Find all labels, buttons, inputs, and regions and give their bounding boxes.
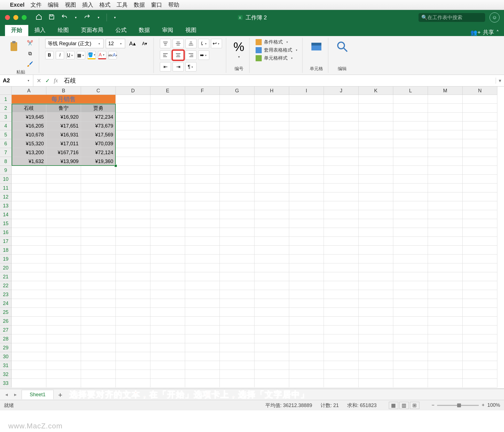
- font-color-button[interactable]: A▾: [98, 51, 106, 59]
- cell[interactable]: [46, 299, 81, 308]
- cell[interactable]: [46, 343, 81, 352]
- tab-data[interactable]: 数据: [133, 24, 156, 36]
- cell[interactable]: [324, 166, 359, 175]
- cell[interactable]: [289, 175, 324, 184]
- cell[interactable]: [46, 192, 81, 201]
- cell[interactable]: ¥17,011: [46, 139, 81, 148]
- cell[interactable]: [254, 104, 289, 113]
- cell[interactable]: [289, 166, 324, 175]
- cell[interactable]: [46, 361, 81, 370]
- cell[interactable]: [393, 281, 428, 290]
- col-header[interactable]: M: [428, 87, 463, 95]
- cell[interactable]: [150, 263, 185, 272]
- cell[interactable]: [463, 343, 497, 352]
- cell[interactable]: [428, 121, 463, 130]
- cell[interactable]: [12, 175, 46, 184]
- row-header[interactable]: 16: [0, 228, 12, 237]
- zoom-control[interactable]: − + 100%: [432, 402, 500, 408]
- cell[interactable]: ¥70,039: [81, 139, 116, 148]
- cell[interactable]: [324, 237, 359, 246]
- cell[interactable]: [324, 192, 359, 201]
- minimize-window-button[interactable]: [13, 15, 18, 20]
- cell[interactable]: [12, 361, 46, 370]
- tab-view[interactable]: 视图: [179, 24, 203, 36]
- cell[interactable]: [463, 130, 497, 139]
- row-header[interactable]: 24: [0, 299, 12, 308]
- row-header[interactable]: 27: [0, 326, 12, 334]
- cell[interactable]: [185, 139, 220, 148]
- cell[interactable]: [289, 281, 324, 290]
- row-header[interactable]: 28: [0, 334, 12, 343]
- cell[interactable]: [289, 255, 324, 263]
- cell[interactable]: [324, 281, 359, 290]
- cell[interactable]: [463, 290, 497, 299]
- cell[interactable]: [289, 343, 324, 352]
- underline-button[interactable]: U▾: [66, 51, 75, 59]
- cell[interactable]: [46, 308, 81, 317]
- cell[interactable]: [463, 113, 497, 121]
- cell[interactable]: [81, 308, 116, 317]
- cell[interactable]: [324, 334, 359, 343]
- cell[interactable]: [428, 255, 463, 263]
- row-header[interactable]: 25: [0, 308, 12, 317]
- align-middle-button[interactable]: [173, 39, 184, 48]
- cell[interactable]: 贾勇: [81, 104, 116, 113]
- cell[interactable]: [463, 228, 497, 237]
- cell[interactable]: [81, 326, 116, 334]
- cell[interactable]: [393, 130, 428, 139]
- cell[interactable]: [150, 166, 185, 175]
- cell[interactable]: [220, 334, 254, 343]
- cell[interactable]: [463, 210, 497, 219]
- cell[interactable]: [12, 210, 46, 219]
- cell[interactable]: [150, 246, 185, 255]
- menu-edit[interactable]: 编辑: [48, 1, 59, 9]
- cell[interactable]: [12, 237, 46, 246]
- cell[interactable]: [463, 299, 497, 308]
- menu-tools[interactable]: 工具: [117, 1, 128, 9]
- cell[interactable]: [254, 334, 289, 343]
- cell[interactable]: [46, 326, 81, 334]
- cell[interactable]: [116, 157, 150, 166]
- row-header[interactable]: 30: [0, 352, 12, 361]
- cell[interactable]: [254, 272, 289, 281]
- cell[interactable]: [359, 308, 393, 317]
- cell[interactable]: [150, 317, 185, 326]
- cell[interactable]: [185, 175, 220, 184]
- tab-review[interactable]: 审阅: [156, 24, 179, 36]
- cell[interactable]: [393, 370, 428, 379]
- cell[interactable]: [46, 263, 81, 272]
- cell[interactable]: [150, 121, 185, 130]
- name-box[interactable]: A2▾: [0, 75, 33, 86]
- cell[interactable]: [150, 281, 185, 290]
- sheet-nav-first[interactable]: ◂: [3, 392, 10, 398]
- cell[interactable]: [393, 113, 428, 121]
- cell[interactable]: [359, 95, 393, 104]
- cell[interactable]: [324, 299, 359, 308]
- cell[interactable]: [428, 157, 463, 166]
- cell[interactable]: [359, 166, 393, 175]
- row-header[interactable]: 5: [0, 130, 12, 139]
- cell[interactable]: [220, 308, 254, 317]
- cell[interactable]: [116, 166, 150, 175]
- cell[interactable]: [463, 361, 497, 370]
- cell[interactable]: [46, 246, 81, 255]
- search-box[interactable]: 🔍: [419, 13, 485, 22]
- cell[interactable]: [393, 228, 428, 237]
- cell[interactable]: [289, 272, 324, 281]
- cell[interactable]: [359, 201, 393, 210]
- cell[interactable]: [428, 237, 463, 246]
- zoom-in-button[interactable]: +: [482, 402, 485, 408]
- cell[interactable]: [220, 272, 254, 281]
- cell[interactable]: [116, 104, 150, 113]
- cell[interactable]: [220, 237, 254, 246]
- cell[interactable]: [463, 157, 497, 166]
- fill-handle[interactable]: [114, 164, 117, 167]
- cell[interactable]: [393, 104, 428, 113]
- cell[interactable]: [185, 308, 220, 317]
- cell[interactable]: [150, 379, 185, 388]
- cell[interactable]: [289, 334, 324, 343]
- copy-icon[interactable]: ⧉: [25, 49, 35, 58]
- cell[interactable]: [463, 255, 497, 263]
- cell[interactable]: [116, 246, 150, 255]
- cell[interactable]: [81, 246, 116, 255]
